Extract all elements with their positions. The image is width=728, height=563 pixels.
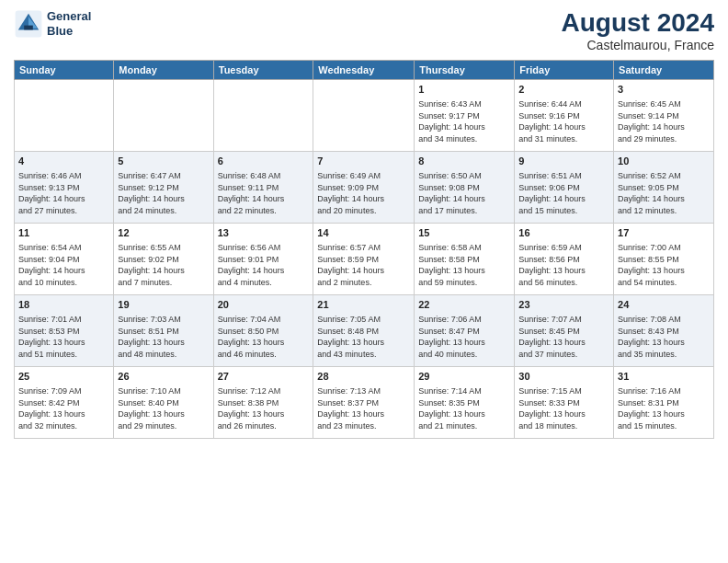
cell-info: Sunrise: 7:08 AM Sunset: 8:43 PM Dayligh…	[618, 314, 710, 360]
cell-info: Sunrise: 6:52 AM Sunset: 9:05 PM Dayligh…	[618, 170, 710, 216]
day-number: 9	[518, 155, 609, 168]
day-number: 1	[418, 83, 510, 97]
day-number: 29	[418, 370, 510, 384]
calendar-cell	[313, 79, 415, 151]
calendar-cell: 14Sunrise: 6:57 AM Sunset: 8:59 PM Dayli…	[313, 223, 415, 294]
calendar-cell: 18Sunrise: 7:01 AM Sunset: 8:53 PM Dayli…	[15, 294, 114, 366]
day-number: 25	[18, 370, 109, 384]
calendar-cell: 16Sunrise: 6:59 AM Sunset: 8:56 PM Dayli…	[515, 223, 614, 294]
col-saturday: Saturday	[614, 60, 714, 79]
cell-info: Sunrise: 7:16 AM Sunset: 8:31 PM Dayligh…	[618, 385, 710, 431]
cell-info: Sunrise: 6:56 AM Sunset: 9:01 PM Dayligh…	[218, 242, 310, 288]
calendar-cell: 7Sunrise: 6:49 AM Sunset: 9:09 PM Daylig…	[313, 151, 415, 223]
calendar-cell: 6Sunrise: 6:48 AM Sunset: 9:11 PM Daylig…	[213, 151, 313, 223]
calendar-cell: 30Sunrise: 7:15 AM Sunset: 8:33 PM Dayli…	[515, 366, 614, 438]
logo-line2: Blue	[47, 24, 91, 39]
day-number: 21	[317, 298, 410, 312]
calendar-cell: 9Sunrise: 6:51 AM Sunset: 9:06 PM Daylig…	[515, 151, 614, 223]
calendar-cell: 20Sunrise: 7:04 AM Sunset: 8:50 PM Dayli…	[213, 294, 313, 366]
calendar-week-4: 18Sunrise: 7:01 AM Sunset: 8:53 PM Dayli…	[15, 294, 714, 366]
calendar-week-1: 1Sunrise: 6:43 AM Sunset: 9:17 PM Daylig…	[15, 79, 714, 151]
calendar-cell: 8Sunrise: 6:50 AM Sunset: 9:08 PM Daylig…	[415, 151, 515, 223]
col-friday: Friday	[515, 60, 614, 79]
day-number: 4	[18, 155, 109, 168]
cell-info: Sunrise: 7:03 AM Sunset: 8:51 PM Dayligh…	[118, 314, 209, 360]
col-monday: Monday	[114, 60, 213, 79]
calendar-cell: 3Sunrise: 6:45 AM Sunset: 9:14 PM Daylig…	[614, 79, 714, 151]
day-number: 6	[218, 155, 310, 168]
cell-info: Sunrise: 7:05 AM Sunset: 8:48 PM Dayligh…	[317, 314, 410, 360]
cell-info: Sunrise: 6:44 AM Sunset: 9:16 PM Dayligh…	[518, 98, 609, 144]
calendar-cell: 27Sunrise: 7:12 AM Sunset: 8:38 PM Dayli…	[213, 366, 313, 438]
calendar-cell: 15Sunrise: 6:58 AM Sunset: 8:58 PM Dayli…	[415, 223, 515, 294]
cell-info: Sunrise: 7:14 AM Sunset: 8:35 PM Dayligh…	[418, 385, 510, 431]
cell-info: Sunrise: 6:49 AM Sunset: 9:09 PM Dayligh…	[317, 170, 410, 216]
page: General Blue August 2024 Castelmaurou, F…	[0, 0, 728, 448]
cell-info: Sunrise: 6:45 AM Sunset: 9:14 PM Dayligh…	[618, 98, 710, 144]
cell-info: Sunrise: 7:13 AM Sunset: 8:37 PM Dayligh…	[317, 385, 410, 431]
cell-info: Sunrise: 7:12 AM Sunset: 8:38 PM Dayligh…	[218, 385, 310, 431]
day-number: 7	[317, 155, 410, 168]
day-number: 5	[118, 155, 209, 168]
day-number: 12	[118, 226, 209, 240]
cell-info: Sunrise: 7:09 AM Sunset: 8:42 PM Dayligh…	[18, 385, 109, 431]
day-number: 27	[218, 370, 310, 384]
calendar-cell: 11Sunrise: 6:54 AM Sunset: 9:04 PM Dayli…	[15, 223, 114, 294]
header: General Blue August 2024 Castelmaurou, F…	[14, 9, 714, 52]
cell-info: Sunrise: 6:58 AM Sunset: 8:58 PM Dayligh…	[418, 242, 510, 288]
cell-info: Sunrise: 7:04 AM Sunset: 8:50 PM Dayligh…	[218, 314, 310, 360]
day-number: 22	[418, 298, 510, 312]
cell-info: Sunrise: 6:47 AM Sunset: 9:12 PM Dayligh…	[118, 170, 209, 216]
calendar-cell: 22Sunrise: 7:06 AM Sunset: 8:47 PM Dayli…	[415, 294, 515, 366]
day-number: 23	[518, 298, 609, 312]
svg-rect-3	[24, 26, 33, 30]
col-wednesday: Wednesday	[313, 60, 415, 79]
day-number: 28	[317, 370, 410, 384]
col-tuesday: Tuesday	[213, 60, 313, 79]
cell-info: Sunrise: 6:59 AM Sunset: 8:56 PM Dayligh…	[518, 242, 609, 288]
day-number: 8	[418, 155, 510, 168]
calendar-cell: 17Sunrise: 7:00 AM Sunset: 8:55 PM Dayli…	[614, 223, 714, 294]
calendar-cell: 28Sunrise: 7:13 AM Sunset: 8:37 PM Dayli…	[313, 366, 415, 438]
calendar-week-3: 11Sunrise: 6:54 AM Sunset: 9:04 PM Dayli…	[15, 223, 714, 294]
calendar-cell	[114, 79, 213, 151]
cell-info: Sunrise: 7:15 AM Sunset: 8:33 PM Dayligh…	[518, 385, 609, 431]
cell-info: Sunrise: 6:43 AM Sunset: 9:17 PM Dayligh…	[418, 98, 510, 144]
cell-info: Sunrise: 6:55 AM Sunset: 9:02 PM Dayligh…	[118, 242, 209, 288]
day-number: 11	[18, 226, 109, 240]
calendar-cell: 10Sunrise: 6:52 AM Sunset: 9:05 PM Dayli…	[614, 151, 714, 223]
day-number: 31	[618, 370, 710, 384]
day-number: 30	[518, 370, 609, 384]
calendar-cell: 1Sunrise: 6:43 AM Sunset: 9:17 PM Daylig…	[415, 79, 515, 151]
calendar-cell: 2Sunrise: 6:44 AM Sunset: 9:16 PM Daylig…	[515, 79, 614, 151]
calendar-cell: 21Sunrise: 7:05 AM Sunset: 8:48 PM Dayli…	[313, 294, 415, 366]
calendar-cell: 4Sunrise: 6:46 AM Sunset: 9:13 PM Daylig…	[15, 151, 114, 223]
logo-text: General Blue	[47, 9, 91, 38]
cell-info: Sunrise: 7:00 AM Sunset: 8:55 PM Dayligh…	[618, 242, 710, 288]
day-number: 16	[518, 226, 609, 240]
cell-info: Sunrise: 6:50 AM Sunset: 9:08 PM Dayligh…	[418, 170, 510, 216]
day-number: 17	[618, 226, 710, 240]
cell-info: Sunrise: 6:54 AM Sunset: 9:04 PM Dayligh…	[18, 242, 109, 288]
day-number: 2	[518, 83, 609, 97]
calendar-cell: 31Sunrise: 7:16 AM Sunset: 8:31 PM Dayli…	[614, 366, 714, 438]
day-number: 3	[618, 83, 710, 97]
logo: General Blue	[14, 9, 91, 39]
cell-info: Sunrise: 6:51 AM Sunset: 9:06 PM Dayligh…	[518, 170, 609, 216]
col-sunday: Sunday	[15, 60, 114, 79]
day-number: 19	[118, 298, 209, 312]
cell-info: Sunrise: 7:10 AM Sunset: 8:40 PM Dayligh…	[118, 385, 209, 431]
calendar-cell: 24Sunrise: 7:08 AM Sunset: 8:43 PM Dayli…	[614, 294, 714, 366]
cell-info: Sunrise: 6:48 AM Sunset: 9:11 PM Dayligh…	[218, 170, 310, 216]
day-number: 18	[18, 298, 109, 312]
calendar-cell: 26Sunrise: 7:10 AM Sunset: 8:40 PM Dayli…	[114, 366, 213, 438]
cell-info: Sunrise: 6:57 AM Sunset: 8:59 PM Dayligh…	[317, 242, 410, 288]
calendar-week-5: 25Sunrise: 7:09 AM Sunset: 8:42 PM Dayli…	[15, 366, 714, 438]
calendar-table: Sunday Monday Tuesday Wednesday Thursday…	[14, 60, 714, 439]
month-title: August 2024	[562, 9, 715, 38]
cell-info: Sunrise: 6:46 AM Sunset: 9:13 PM Dayligh…	[18, 170, 109, 216]
logo-icon	[14, 9, 43, 39]
calendar-cell	[213, 79, 313, 151]
location-title: Castelmaurou, France	[562, 38, 715, 52]
cell-info: Sunrise: 7:06 AM Sunset: 8:47 PM Dayligh…	[418, 314, 510, 360]
